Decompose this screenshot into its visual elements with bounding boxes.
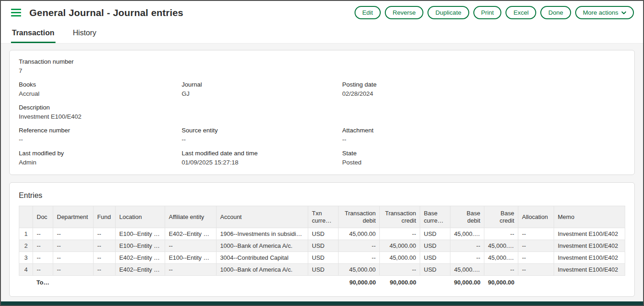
total-cell <box>116 276 165 290</box>
excel-button[interactable]: Excel <box>505 6 536 19</box>
total-label: Total <box>33 276 53 290</box>
cell: -- <box>484 228 518 240</box>
field-journal: Journal GJ <box>182 81 342 98</box>
cell: -- <box>165 240 217 252</box>
cell: 45,000.00 <box>484 240 518 252</box>
cell: -- <box>53 240 94 252</box>
total-row: Total90,000.0090,000.0090,000.0090,000.0… <box>19 276 625 290</box>
entries-foot: Total90,000.0090,000.0090,000.0090,000.0… <box>19 276 625 290</box>
more-actions-button[interactable]: More actions <box>575 6 634 19</box>
field-label: Source entity <box>182 126 342 134</box>
field-label: Last modified by <box>19 149 182 157</box>
reverse-button[interactable]: Reverse <box>385 6 423 19</box>
table-row[interactable]: 4------E402--Entity 402--1000--Bank of A… <box>19 264 625 276</box>
column-header-allocation: Allocation <box>518 206 554 228</box>
table-row[interactable]: 2------E100--Entity 100--1000--Bank of A… <box>19 240 625 252</box>
total-cell <box>420 276 450 290</box>
cell: -- <box>484 264 518 276</box>
row-number: 3 <box>19 252 33 264</box>
field-value: -- <box>342 136 625 143</box>
entries-title: Entries <box>19 191 625 200</box>
entries-header-row: DocDepartmentFundLocationAffiliate entit… <box>19 206 625 228</box>
total-cell <box>165 276 217 290</box>
field-source-entity: Source entity -- <box>182 126 342 143</box>
cell: -- <box>380 228 420 240</box>
total-cell: 90,000.00 <box>484 276 518 290</box>
field-value: -- <box>19 136 182 143</box>
column-header-base-debit: Base debit <box>450 206 484 228</box>
field-label: Reference number <box>19 126 182 134</box>
total-cell: 90,000.00 <box>450 276 484 290</box>
field-value: 01/09/2025 15:27:18 <box>182 158 342 166</box>
cell: -- <box>518 240 554 252</box>
menu-icon[interactable] <box>11 9 21 16</box>
cell: 1000--Bank of America A/c. <box>217 240 308 252</box>
field-label: Books <box>19 81 182 88</box>
field-transaction-number: Transaction number 7 <box>19 58 182 75</box>
field-label: Transaction number <box>19 58 182 66</box>
total-cell <box>308 276 339 290</box>
cell: E100--Entity 100 <box>165 252 217 264</box>
cell: -- <box>94 264 116 276</box>
column-header-location: Location <box>116 206 165 228</box>
column-header-base-currency: Base currency <box>420 206 450 228</box>
cell: -- <box>518 264 554 276</box>
cell: -- <box>339 252 380 264</box>
cell: 45,000.00 <box>380 252 420 264</box>
row-number: 1 <box>19 228 33 240</box>
print-button[interactable]: Print <box>473 6 502 19</box>
cell: -- <box>165 264 217 276</box>
cell: 45,000.00 <box>339 264 380 276</box>
table-row[interactable]: 1------E100--Entity 100E402--Entity 4021… <box>19 228 625 240</box>
column-header-transaction-debit: Transaction debit <box>339 206 380 228</box>
cell: -- <box>94 252 116 264</box>
cell: -- <box>518 228 554 240</box>
cell: E402--Entity 402 <box>165 228 217 240</box>
cell: USD <box>420 252 450 264</box>
cell: 45,000.00 <box>450 228 484 240</box>
table-row[interactable]: 3------E402--Entity 402E100--Entity 1003… <box>19 252 625 264</box>
page-title: General Journal - Journal entries <box>29 7 183 18</box>
cell: USD <box>308 252 339 264</box>
cell: -- <box>518 252 554 264</box>
field-label: Attachment <box>342 126 625 134</box>
total-cell <box>53 276 94 290</box>
total-cell <box>554 276 625 290</box>
tab-history[interactable]: History <box>72 24 97 43</box>
action-buttons: Edit Reverse Duplicate Print Excel Done … <box>355 6 634 19</box>
total-cell <box>19 276 33 290</box>
field-label: Last modified date and time <box>182 149 342 157</box>
column-header-doc: Doc <box>33 206 53 228</box>
cell: USD <box>420 240 450 252</box>
more-actions-label: More actions <box>583 9 618 16</box>
field-label: State <box>342 149 625 157</box>
done-button[interactable]: Done <box>540 6 571 19</box>
field-label: Description <box>19 104 182 111</box>
cell: 3004--Contributed Capital <box>217 252 308 264</box>
cell: 45,000.00 <box>484 252 518 264</box>
column-header-transaction-credit: Transaction credit <box>380 206 420 228</box>
edit-button[interactable]: Edit <box>355 6 381 19</box>
field-value: -- <box>182 136 342 143</box>
content-area: Transaction number 7 Books Accrual Journ… <box>1 44 643 301</box>
transaction-details-card: Transaction number 7 Books Accrual Journ… <box>9 50 635 175</box>
cell: -- <box>380 264 420 276</box>
tab-transaction[interactable]: Transaction <box>11 24 56 43</box>
cell: USD <box>420 228 450 240</box>
field-books: Books Accrual <box>19 81 182 98</box>
total-cell: 90,000.00 <box>339 276 380 290</box>
entries-body: 1------E100--Entity 100E402--Entity 4021… <box>19 228 625 276</box>
total-cell <box>94 276 116 290</box>
cell: USD <box>308 228 339 240</box>
cell: -- <box>450 240 484 252</box>
row-number: 2 <box>19 240 33 252</box>
field-value: 02/28/2024 <box>342 90 625 98</box>
cell: USD <box>308 240 339 252</box>
cell: -- <box>339 240 380 252</box>
duplicate-button[interactable]: Duplicate <box>427 6 469 19</box>
cell: Investment E100/E402 <box>554 252 625 264</box>
cell: 1906--Investments in subsidiary <box>217 228 308 240</box>
cell: -- <box>33 264 53 276</box>
cell: Investment E100/E402 <box>554 264 625 276</box>
cell: -- <box>33 228 53 240</box>
